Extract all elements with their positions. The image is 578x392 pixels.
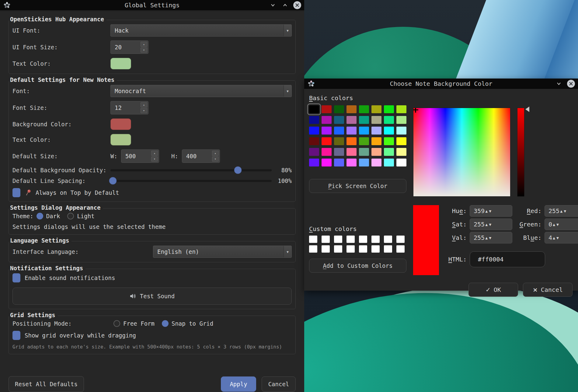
spin-down-icon[interactable]: ▾ bbox=[556, 221, 559, 228]
value-slider[interactable] bbox=[517, 108, 524, 197]
custom-color-swatch[interactable] bbox=[359, 245, 367, 253]
basic-color-swatch[interactable] bbox=[384, 105, 394, 113]
always-on-top-checkbox[interactable] bbox=[12, 188, 20, 197]
basic-color-swatch[interactable] bbox=[322, 159, 332, 166]
height-spinbox[interactable]: 400 ▴▾ bbox=[182, 149, 220, 163]
basic-color-swatch[interactable] bbox=[396, 127, 406, 135]
basic-color-swatch[interactable] bbox=[346, 137, 357, 145]
custom-color-swatch[interactable] bbox=[396, 236, 405, 243]
custom-color-swatch[interactable] bbox=[346, 236, 355, 243]
note-text-color-swatch[interactable] bbox=[110, 134, 131, 145]
close-icon[interactable] bbox=[293, 1, 301, 9]
spin-down-icon[interactable]: ▾ bbox=[488, 207, 492, 215]
basic-color-swatch[interactable] bbox=[371, 105, 381, 113]
basic-color-swatch[interactable] bbox=[396, 159, 406, 166]
blue-spinbox[interactable]: 4 ▴▾ bbox=[545, 232, 578, 243]
free-form-radio[interactable] bbox=[113, 320, 120, 327]
chevron-up-icon[interactable] bbox=[281, 1, 289, 9]
basic-color-swatch[interactable] bbox=[384, 148, 394, 156]
basic-color-swatch[interactable] bbox=[346, 127, 357, 135]
basic-color-swatch[interactable] bbox=[371, 148, 381, 156]
spin-down-icon[interactable]: ▾ bbox=[556, 234, 559, 241]
spin-down-icon[interactable]: ▾ bbox=[488, 234, 492, 241]
custom-color-swatch[interactable] bbox=[346, 245, 355, 253]
dialog-cancel-button[interactable]: × Cancel bbox=[523, 283, 573, 297]
custom-color-swatch[interactable] bbox=[309, 236, 317, 243]
basic-color-swatch[interactable] bbox=[396, 148, 406, 156]
custom-color-swatch[interactable] bbox=[334, 236, 342, 243]
spin-down-icon[interactable]: ▾ bbox=[151, 156, 158, 162]
apply-button[interactable]: Apply bbox=[221, 376, 256, 392]
spin-up-icon[interactable]: ▴ bbox=[141, 42, 147, 47]
hue-saturation-picker[interactable] bbox=[413, 108, 510, 197]
red-spinbox[interactable]: 255 ▴▾ bbox=[545, 205, 578, 217]
basic-color-swatch[interactable] bbox=[359, 159, 369, 166]
custom-color-swatch[interactable] bbox=[384, 245, 392, 253]
basic-color-swatch[interactable] bbox=[384, 127, 394, 135]
basic-color-swatch[interactable] bbox=[334, 148, 344, 156]
basic-color-swatch[interactable] bbox=[359, 116, 369, 124]
basic-color-swatch[interactable] bbox=[371, 159, 381, 166]
basic-color-swatch[interactable] bbox=[371, 127, 381, 135]
hub-text-color-swatch[interactable] bbox=[110, 58, 131, 69]
basic-color-swatch[interactable] bbox=[334, 127, 344, 135]
html-color-input[interactable]: #ff0004 bbox=[470, 251, 545, 267]
basic-color-swatch[interactable] bbox=[346, 105, 357, 113]
snap-to-grid-radio[interactable] bbox=[162, 320, 169, 327]
custom-color-swatch[interactable] bbox=[396, 245, 405, 253]
custom-color-swatch[interactable] bbox=[359, 236, 367, 243]
basic-color-swatch[interactable] bbox=[396, 105, 406, 113]
val-spinbox[interactable]: 255 ▴▾ bbox=[470, 232, 512, 243]
spin-up-icon[interactable]: ▴ bbox=[212, 151, 219, 156]
spin-up-icon[interactable]: ▴ bbox=[151, 151, 158, 156]
custom-color-swatch[interactable] bbox=[371, 236, 380, 243]
basic-color-swatch[interactable] bbox=[359, 148, 369, 156]
basic-color-swatch[interactable] bbox=[359, 137, 369, 145]
spin-down-icon[interactable]: ▾ bbox=[563, 207, 567, 215]
basic-color-swatch[interactable] bbox=[384, 137, 394, 145]
sat-spinbox[interactable]: 255 ▴▾ bbox=[470, 219, 512, 230]
custom-color-swatch[interactable] bbox=[309, 245, 317, 253]
basic-color-swatch[interactable] bbox=[309, 159, 319, 166]
basic-color-swatch[interactable] bbox=[322, 116, 332, 124]
spin-down-icon[interactable]: ▾ bbox=[212, 156, 219, 162]
spin-up-icon[interactable]: ▴ bbox=[485, 234, 488, 241]
note-font-combobox[interactable]: Monocraft ▾ bbox=[110, 85, 292, 97]
basic-color-swatch[interactable] bbox=[334, 105, 344, 113]
custom-color-swatch[interactable] bbox=[322, 245, 330, 253]
chevron-down-icon[interactable] bbox=[269, 1, 277, 9]
spin-up-icon[interactable]: ▴ bbox=[485, 207, 488, 215]
custom-color-swatch[interactable] bbox=[334, 245, 342, 253]
basic-color-swatch[interactable] bbox=[371, 116, 381, 124]
spin-up-icon[interactable]: ▴ bbox=[141, 102, 147, 107]
basic-color-swatch[interactable] bbox=[334, 159, 344, 166]
note-font-size-spinbox[interactable]: 12 ▴▾ bbox=[110, 101, 148, 114]
basic-color-swatch[interactable] bbox=[359, 127, 369, 135]
basic-color-swatch[interactable] bbox=[309, 148, 319, 156]
grid-overlay-checkbox[interactable] bbox=[12, 331, 20, 340]
basic-color-swatch[interactable] bbox=[322, 105, 332, 113]
line-spacing-slider-handle[interactable] bbox=[109, 177, 117, 185]
test-sound-button[interactable]: Test Sound bbox=[12, 288, 292, 305]
basic-color-swatch[interactable] bbox=[384, 159, 394, 166]
basic-color-swatch[interactable] bbox=[309, 116, 319, 124]
opacity-slider-handle[interactable] bbox=[234, 166, 242, 174]
close-icon[interactable] bbox=[567, 80, 575, 88]
basic-color-swatch[interactable] bbox=[346, 116, 357, 124]
reset-all-defaults-button[interactable]: Reset All Defaults bbox=[9, 376, 84, 392]
basic-color-swatch[interactable] bbox=[322, 148, 332, 156]
basic-color-swatch[interactable] bbox=[322, 137, 332, 145]
add-to-custom-colors-button[interactable]: Add to Custom Colors bbox=[309, 259, 406, 273]
basic-color-swatch[interactable] bbox=[359, 105, 369, 113]
basic-color-swatch[interactable] bbox=[309, 105, 319, 113]
basic-color-swatch[interactable] bbox=[396, 137, 406, 145]
note-bg-color-swatch[interactable] bbox=[110, 118, 131, 130]
basic-color-swatch[interactable] bbox=[346, 148, 357, 156]
spin-down-icon[interactable]: ▾ bbox=[141, 47, 147, 53]
basic-color-swatch[interactable] bbox=[371, 137, 381, 145]
spin-up-icon[interactable]: ▴ bbox=[485, 221, 488, 228]
custom-color-swatch[interactable] bbox=[384, 236, 392, 243]
chevron-down-icon[interactable] bbox=[555, 80, 563, 88]
basic-color-swatch[interactable] bbox=[309, 137, 319, 145]
ui-font-size-spinbox[interactable]: 20 ▴▾ bbox=[110, 40, 148, 54]
